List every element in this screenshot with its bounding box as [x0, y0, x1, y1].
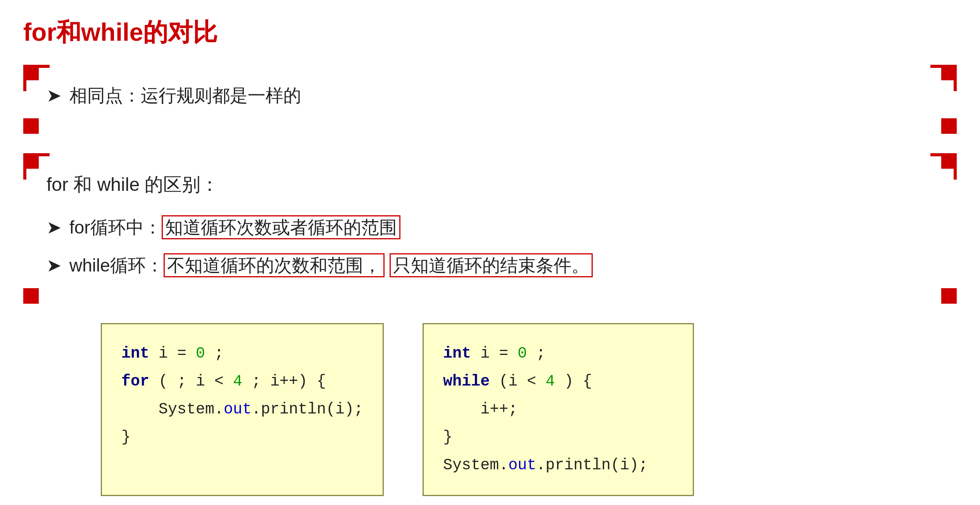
- for-bullet-arrow: ➤: [47, 212, 62, 242]
- code-line-r4: }: [443, 424, 673, 451]
- code-line-r1: int i = 0 ;: [443, 340, 673, 368]
- for-prefix: for循环中：: [69, 217, 162, 237]
- for-bullet-item: ➤ for循环中：知道循环次数或者循环的范围: [47, 212, 933, 242]
- kw-for: for: [121, 373, 149, 390]
- code-box-for: int i = 0 ; for ( ; i < 4 ; i++) { Syste…: [101, 323, 384, 496]
- similarity-box: ➤ 相同点：运行规则都是一样的: [23, 65, 957, 134]
- box2-content: for 和 while 的区别： ➤ for循环中：知道循环次数或者循环的范围 …: [47, 169, 933, 280]
- while-prefix: while循环：: [69, 255, 164, 275]
- while-highlight2: 只知道循环的结束条件。: [390, 253, 593, 277]
- code-line-1: int i = 0 ;: [121, 340, 363, 368]
- kw-int-1: int: [121, 345, 149, 362]
- code-line-3: System.out.println(i);: [121, 396, 363, 424]
- bullet-item-similarity: ➤ 相同点：运行规则都是一样的: [47, 80, 933, 111]
- code-section: int i = 0 ; for ( ; i < 4 ; i++) { Syste…: [23, 323, 957, 496]
- kw-int-2: int: [443, 345, 471, 362]
- similarity-text: 相同点：运行规则都是一样的: [69, 80, 301, 111]
- distinction-title: for 和 while 的区别：: [47, 169, 933, 201]
- bullet-arrow: ➤: [47, 80, 62, 111]
- for-highlight: 知道循环次数或者循环的范围: [162, 215, 400, 239]
- code-line-r5: System.out.println(i);: [443, 451, 673, 479]
- while-highlight1: 不知道循环的次数和范围，: [164, 253, 385, 277]
- while-bullet-item: ➤ while循环：不知道循环的次数和范围， 只知道循环的结束条件。: [47, 250, 933, 280]
- while-bullet-text: while循环：不知道循环的次数和范围， 只知道循环的结束条件。: [69, 250, 593, 280]
- page-title: for和while的对比: [23, 16, 957, 49]
- while-bullet-arrow: ➤: [47, 250, 62, 280]
- code-box-while: int i = 0 ; while (i < 4 ) { i++; } Syst…: [423, 323, 694, 496]
- box1-content: ➤ 相同点：运行规则都是一样的: [47, 80, 933, 111]
- distinction-box: for 和 while 的区别： ➤ for循环中：知道循环次数或者循环的范围 …: [23, 153, 957, 304]
- code-line-4: }: [121, 424, 363, 451]
- code-line-r3: i++;: [443, 396, 673, 424]
- code-line-2: for ( ; i < 4 ; i++) {: [121, 368, 363, 396]
- for-bullet-text: for循环中：知道循环次数或者循环的范围: [69, 212, 400, 242]
- code-line-r2: while (i < 4 ) {: [443, 368, 673, 396]
- kw-while: while: [443, 373, 490, 390]
